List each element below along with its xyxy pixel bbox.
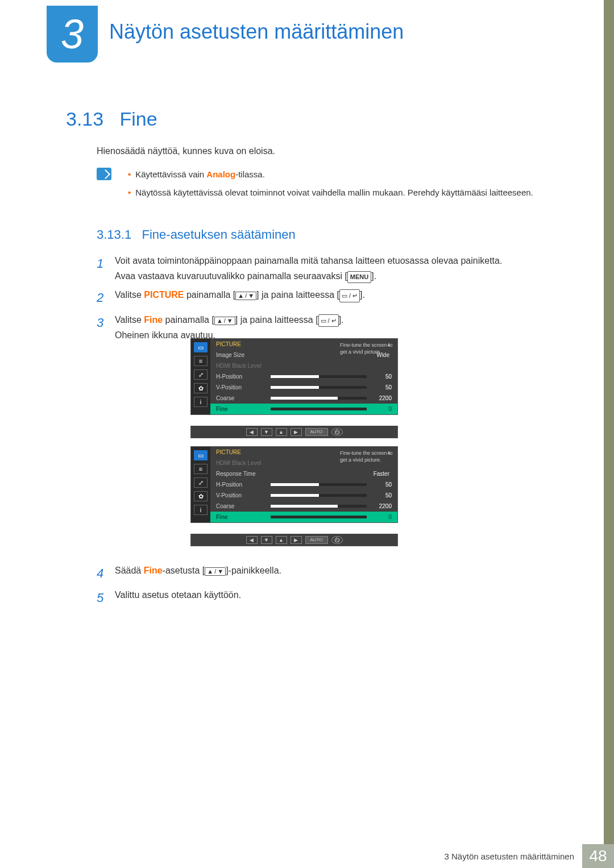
color-tab-icon: ≡ [194,464,208,474]
osd-row-value: 50 [370,384,392,391]
section-title: Fine [120,108,157,130]
osd-row: V-Position50 [210,382,397,393]
osd-row-label: H-Position [216,481,267,488]
step-1: 1 Voit avata toimintonäppäinoppaan paina… [97,253,569,284]
osd-row-label: Coarse [216,503,267,509]
osd-row: V-Position50 [210,490,397,501]
info-tab-icon: i [194,397,208,407]
step-text: Säädä Fine-asetusta [▲/▼]-painikkeella. [115,563,569,584]
osd-row: H-Position50 [210,479,397,490]
osd-row-value: 50 [370,373,392,380]
osd-nav-bar: ◀ ▼ ▲ ▶ AUTO ⏻ [190,426,398,438]
osd-menu-2: ▭ ≡ ⤢ ✿ i Fine-tune the screen to get a … [190,446,398,523]
osd-row-label: HDMI Black Level [216,460,267,466]
nav-right-icon: ▶ [291,536,302,544]
osd-row-label: Image Size [216,352,267,358]
osd-row: Fine0 [210,404,397,414]
osd-row-label: V-Position [216,492,267,499]
osd-row-label: V-Position [216,384,267,391]
size-tab-icon: ⤢ [194,477,208,488]
note-row: • Käytettävissä vain Analog-tilassa. [128,168,569,181]
osd-row-value: 50 [370,481,392,488]
nav-power-icon: ⏻ [331,428,343,436]
osd-row-value: 2200 [370,503,392,509]
osd-help-text: Fine-tune the screen to get a vivid pict… [340,450,394,463]
osd-row-label: H-Position [216,373,267,380]
subsection-number: 3.13.1 [97,227,131,242]
picture-word: PICTURE [144,290,184,300]
note-text: Käytettävissä vain Analog-tilassa. [135,168,265,181]
picture-tab-icon: ▭ [194,450,208,460]
osd-slider [271,375,367,378]
chapter-tab: 3 [47,6,98,63]
analog-word: Analog [206,169,235,179]
info-tab-icon: i [194,505,208,515]
section-heading: 3.13 Fine [66,108,157,130]
note-icon [97,168,111,180]
osd-row-label: Fine [216,514,267,520]
section-intro: Hienosäädä näyttöä, kunnes kuva on elois… [97,146,275,156]
osd-slider [271,516,367,518]
osd-slider [271,483,367,486]
nav-up-icon: ▲ [276,536,287,544]
osd-row: Fine0 [210,512,397,522]
osd-row: H-Position50 [210,371,397,382]
step-4: 4 Säädä Fine-asetusta [▲/▼]-painikkeella… [97,563,569,584]
page-footer: 3 Näytön asetusten määrittäminen 48 [0,844,614,868]
enter-key-icon: ▭/↵ [318,314,339,327]
size-tab-icon: ⤢ [194,369,208,380]
nav-down-icon: ▼ [261,428,272,436]
step-2: 2 Valitse PICTURE painamalla [▲/▼] ja pa… [97,287,569,308]
subsection-title: Fine-asetuksen säätäminen [142,227,296,242]
bullet-icon: • [128,186,131,200]
osd-row-value: 50 [370,492,392,499]
osd-slider [271,386,367,389]
osd-slider [271,408,367,410]
note-text: Näytössä käytettävissä olevat toiminnot … [135,186,533,200]
updown-key-icon: ▲/▼ [205,567,226,576]
step-number: 4 [97,563,115,584]
nav-left-icon: ◀ [246,428,258,436]
updown-key-icon: ▲/▼ [235,292,256,300]
osd-slider [271,505,367,508]
osd-row: Coarse2200 [210,393,397,404]
osd-side-icons: ▭ ≡ ⤢ ✿ i [191,339,210,414]
step-number: 3 [97,312,115,343]
step-number: 1 [97,253,115,284]
fine-word: Fine [144,566,163,575]
picture-tab-icon: ▭ [194,342,208,352]
osd-row-value: 0 [370,406,392,412]
osd-row: Response TimeFaster [210,468,397,479]
fine-word: Fine [144,315,163,325]
color-tab-icon: ≡ [194,356,208,366]
osd-nav-bar: ◀ ▼ ▲ ▶ AUTO ⏻ [190,534,398,546]
osd-row-value-text: Faster [267,471,389,477]
osd-row-label: Coarse [216,395,267,401]
osd-slider [271,397,367,400]
nav-up-icon: ▲ [276,428,287,436]
osd-row: Coarse2200 [210,501,397,512]
enter-key-icon: ▭/↵ [339,289,360,302]
osd-row-label: Fine [216,406,267,412]
decorative-right-stripe [604,0,614,847]
steps-list: 1 Voit avata toimintonäppäinoppaan paina… [97,253,569,346]
step-5: 5 Valittu asetus otetaan käyttöön. [97,587,569,608]
menu-key-icon: MENU [347,271,371,283]
chapter-title: Näytön asetusten määrittäminen [109,20,404,44]
section-number: 3.13 [66,108,103,130]
subsection-heading: 3.13.1 Fine-asetuksen säätäminen [97,227,296,242]
page-number: 48 [582,844,614,868]
osd-row-value: 2200 [370,395,392,401]
osd-row-label: Response Time [216,471,267,477]
bullet-icon: • [128,168,131,181]
nav-power-icon: ⏻ [331,536,343,544]
step-number: 2 [97,287,115,308]
osd-menu-1: ▭ ≡ ⤢ ✿ i Fine-tune the screen to get a … [190,338,398,415]
osd-row-value: 0 [370,514,392,520]
chapter-number: 3 [61,11,84,57]
osd-help-text: Fine-tune the screen to get a vivid pict… [340,342,394,355]
footer-text: 3 Näytön asetusten määrittäminen [437,844,582,868]
step-text: Valitse PICTURE painamalla [▲/▼] ja pain… [115,287,569,308]
updown-key-icon: ▲/▼ [214,317,235,325]
setup-tab-icon: ✿ [194,491,208,501]
